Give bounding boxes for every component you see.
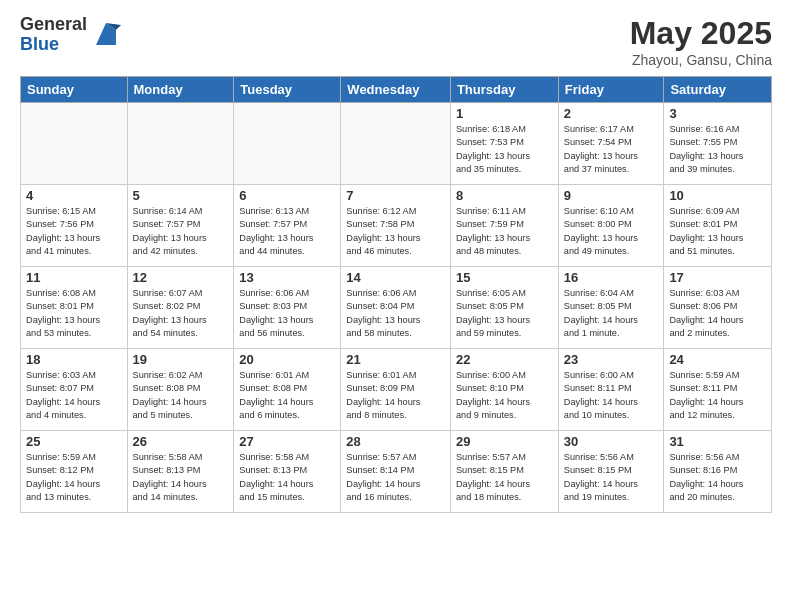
day-number: 22 <box>456 352 553 367</box>
day-info: Sunrise: 5:56 AM Sunset: 8:15 PM Dayligh… <box>564 451 659 504</box>
day-info: Sunrise: 6:01 AM Sunset: 8:09 PM Dayligh… <box>346 369 445 422</box>
th-wednesday: Wednesday <box>341 77 451 103</box>
table-row: 19Sunrise: 6:02 AM Sunset: 8:08 PM Dayli… <box>127 349 234 431</box>
table-row: 31Sunrise: 5:56 AM Sunset: 8:16 PM Dayli… <box>664 431 772 513</box>
day-info: Sunrise: 6:10 AM Sunset: 8:00 PM Dayligh… <box>564 205 659 258</box>
day-info: Sunrise: 6:03 AM Sunset: 8:07 PM Dayligh… <box>26 369 122 422</box>
day-number: 3 <box>669 106 766 121</box>
day-info: Sunrise: 6:04 AM Sunset: 8:05 PM Dayligh… <box>564 287 659 340</box>
day-number: 28 <box>346 434 445 449</box>
table-row: 5Sunrise: 6:14 AM Sunset: 7:57 PM Daylig… <box>127 185 234 267</box>
table-row: 27Sunrise: 5:58 AM Sunset: 8:13 PM Dayli… <box>234 431 341 513</box>
day-number: 23 <box>564 352 659 367</box>
week-row-2: 11Sunrise: 6:08 AM Sunset: 8:01 PM Dayli… <box>21 267 772 349</box>
day-number: 30 <box>564 434 659 449</box>
day-info: Sunrise: 5:56 AM Sunset: 8:16 PM Dayligh… <box>669 451 766 504</box>
day-info: Sunrise: 6:06 AM Sunset: 8:03 PM Dayligh… <box>239 287 335 340</box>
days-header-row: Sunday Monday Tuesday Wednesday Thursday… <box>21 77 772 103</box>
table-row: 10Sunrise: 6:09 AM Sunset: 8:01 PM Dayli… <box>664 185 772 267</box>
table-row: 28Sunrise: 5:57 AM Sunset: 8:14 PM Dayli… <box>341 431 451 513</box>
day-number: 21 <box>346 352 445 367</box>
day-info: Sunrise: 6:12 AM Sunset: 7:58 PM Dayligh… <box>346 205 445 258</box>
table-row: 14Sunrise: 6:06 AM Sunset: 8:04 PM Dayli… <box>341 267 451 349</box>
table-row: 1Sunrise: 6:18 AM Sunset: 7:53 PM Daylig… <box>450 103 558 185</box>
day-number: 29 <box>456 434 553 449</box>
day-number: 25 <box>26 434 122 449</box>
table-row <box>234 103 341 185</box>
day-info: Sunrise: 5:59 AM Sunset: 8:12 PM Dayligh… <box>26 451 122 504</box>
day-info: Sunrise: 6:11 AM Sunset: 7:59 PM Dayligh… <box>456 205 553 258</box>
day-number: 26 <box>133 434 229 449</box>
table-row: 8Sunrise: 6:11 AM Sunset: 7:59 PM Daylig… <box>450 185 558 267</box>
th-monday: Monday <box>127 77 234 103</box>
day-info: Sunrise: 6:02 AM Sunset: 8:08 PM Dayligh… <box>133 369 229 422</box>
table-row: 30Sunrise: 5:56 AM Sunset: 8:15 PM Dayli… <box>558 431 664 513</box>
header: General Blue May 2025 Zhayou, Gansu, Chi… <box>20 15 772 68</box>
day-info: Sunrise: 6:15 AM Sunset: 7:56 PM Dayligh… <box>26 205 122 258</box>
table-row: 20Sunrise: 6:01 AM Sunset: 8:08 PM Dayli… <box>234 349 341 431</box>
day-number: 8 <box>456 188 553 203</box>
week-row-0: 1Sunrise: 6:18 AM Sunset: 7:53 PM Daylig… <box>21 103 772 185</box>
table-row: 25Sunrise: 5:59 AM Sunset: 8:12 PM Dayli… <box>21 431 128 513</box>
day-info: Sunrise: 6:00 AM Sunset: 8:10 PM Dayligh… <box>456 369 553 422</box>
day-number: 10 <box>669 188 766 203</box>
day-number: 16 <box>564 270 659 285</box>
day-number: 7 <box>346 188 445 203</box>
th-sunday: Sunday <box>21 77 128 103</box>
day-number: 14 <box>346 270 445 285</box>
week-row-1: 4Sunrise: 6:15 AM Sunset: 7:56 PM Daylig… <box>21 185 772 267</box>
day-info: Sunrise: 6:09 AM Sunset: 8:01 PM Dayligh… <box>669 205 766 258</box>
day-info: Sunrise: 6:01 AM Sunset: 8:08 PM Dayligh… <box>239 369 335 422</box>
day-info: Sunrise: 5:57 AM Sunset: 8:14 PM Dayligh… <box>346 451 445 504</box>
table-row <box>341 103 451 185</box>
table-row: 11Sunrise: 6:08 AM Sunset: 8:01 PM Dayli… <box>21 267 128 349</box>
table-row: 7Sunrise: 6:12 AM Sunset: 7:58 PM Daylig… <box>341 185 451 267</box>
day-number: 19 <box>133 352 229 367</box>
day-info: Sunrise: 5:59 AM Sunset: 8:11 PM Dayligh… <box>669 369 766 422</box>
day-info: Sunrise: 6:07 AM Sunset: 8:02 PM Dayligh… <box>133 287 229 340</box>
table-row: 23Sunrise: 6:00 AM Sunset: 8:11 PM Dayli… <box>558 349 664 431</box>
day-info: Sunrise: 6:08 AM Sunset: 8:01 PM Dayligh… <box>26 287 122 340</box>
th-thursday: Thursday <box>450 77 558 103</box>
day-info: Sunrise: 6:13 AM Sunset: 7:57 PM Dayligh… <box>239 205 335 258</box>
table-row: 26Sunrise: 5:58 AM Sunset: 8:13 PM Dayli… <box>127 431 234 513</box>
logo-general: General <box>20 15 87 35</box>
table-row: 2Sunrise: 6:17 AM Sunset: 7:54 PM Daylig… <box>558 103 664 185</box>
day-number: 5 <box>133 188 229 203</box>
table-row: 9Sunrise: 6:10 AM Sunset: 8:00 PM Daylig… <box>558 185 664 267</box>
day-number: 15 <box>456 270 553 285</box>
table-row: 22Sunrise: 6:00 AM Sunset: 8:10 PM Dayli… <box>450 349 558 431</box>
month-title: May 2025 <box>630 15 772 52</box>
table-row: 3Sunrise: 6:16 AM Sunset: 7:55 PM Daylig… <box>664 103 772 185</box>
logo-blue: Blue <box>20 35 87 55</box>
day-number: 31 <box>669 434 766 449</box>
week-row-4: 25Sunrise: 5:59 AM Sunset: 8:12 PM Dayli… <box>21 431 772 513</box>
table-row: 29Sunrise: 5:57 AM Sunset: 8:15 PM Dayli… <box>450 431 558 513</box>
day-info: Sunrise: 6:14 AM Sunset: 7:57 PM Dayligh… <box>133 205 229 258</box>
logo-icon <box>91 20 121 50</box>
day-number: 6 <box>239 188 335 203</box>
day-number: 27 <box>239 434 335 449</box>
day-info: Sunrise: 6:03 AM Sunset: 8:06 PM Dayligh… <box>669 287 766 340</box>
day-info: Sunrise: 5:57 AM Sunset: 8:15 PM Dayligh… <box>456 451 553 504</box>
table-row: 17Sunrise: 6:03 AM Sunset: 8:06 PM Dayli… <box>664 267 772 349</box>
day-number: 11 <box>26 270 122 285</box>
day-number: 13 <box>239 270 335 285</box>
th-tuesday: Tuesday <box>234 77 341 103</box>
table-row: 16Sunrise: 6:04 AM Sunset: 8:05 PM Dayli… <box>558 267 664 349</box>
day-number: 4 <box>26 188 122 203</box>
title-area: May 2025 Zhayou, Gansu, China <box>630 15 772 68</box>
table-row: 4Sunrise: 6:15 AM Sunset: 7:56 PM Daylig… <box>21 185 128 267</box>
day-number: 1 <box>456 106 553 121</box>
day-number: 12 <box>133 270 229 285</box>
logo: General Blue <box>20 15 121 55</box>
table-row: 21Sunrise: 6:01 AM Sunset: 8:09 PM Dayli… <box>341 349 451 431</box>
day-info: Sunrise: 5:58 AM Sunset: 8:13 PM Dayligh… <box>133 451 229 504</box>
day-info: Sunrise: 6:00 AM Sunset: 8:11 PM Dayligh… <box>564 369 659 422</box>
day-number: 18 <box>26 352 122 367</box>
table-row: 12Sunrise: 6:07 AM Sunset: 8:02 PM Dayli… <box>127 267 234 349</box>
table-row: 18Sunrise: 6:03 AM Sunset: 8:07 PM Dayli… <box>21 349 128 431</box>
day-info: Sunrise: 6:16 AM Sunset: 7:55 PM Dayligh… <box>669 123 766 176</box>
table-row: 13Sunrise: 6:06 AM Sunset: 8:03 PM Dayli… <box>234 267 341 349</box>
day-number: 2 <box>564 106 659 121</box>
